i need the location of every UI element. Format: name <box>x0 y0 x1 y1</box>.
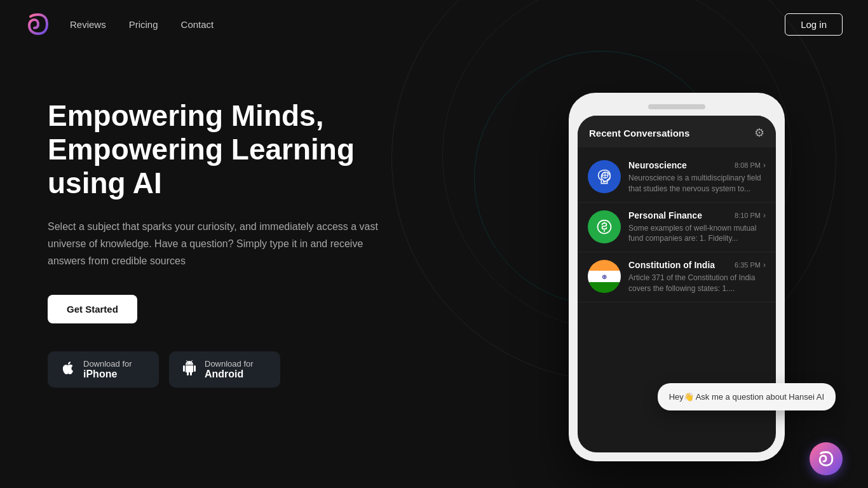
conversation-item-neuroscience[interactable]: Neuroscience 8:08 PM › Neuroscience is a… <box>578 152 776 203</box>
download-iphone-name: iPhone <box>83 369 117 380</box>
neuroscience-title: Neuroscience <box>628 160 687 170</box>
india-top-row: Constitution of India 6:35 PM › <box>628 260 766 270</box>
conversation-item-finance[interactable]: Personal Finance 8:10 PM › Some examples… <box>578 203 776 253</box>
download-iphone-button[interactable]: Download for iPhone <box>48 351 159 388</box>
india-chevron: › <box>763 261 766 269</box>
header: Reviews Pricing Contact Log in <box>0 0 868 48</box>
settings-icon[interactable]: ⚙ <box>754 126 764 140</box>
neuroscience-preview: Neuroscience is a multidisciplinary fiel… <box>628 173 766 194</box>
phone-mockup-container: Recent Conversations ⚙ <box>569 93 785 461</box>
nav-link-contact[interactable]: Contact <box>181 19 214 30</box>
download-android-name: Android <box>205 369 243 380</box>
flag-green-stripe <box>588 282 621 293</box>
finance-preview: Some examples of well-known mutual fund … <box>628 223 766 245</box>
ashoka-chakra: ⊕ <box>602 273 607 280</box>
finance-time: 8:10 PM › <box>735 211 766 220</box>
finance-top-row: Personal Finance 8:10 PM › <box>628 210 766 220</box>
finance-title: Personal Finance <box>628 210 702 220</box>
download-android-prefix: Download for <box>205 359 254 369</box>
chat-bubble: Hey👋 Ask me a question about Hansei AI <box>658 383 836 410</box>
neuroscience-time: 8:08 PM › <box>735 161 766 170</box>
hero-title: Empowering Minds, Empowering Learning us… <box>48 99 429 200</box>
get-started-button[interactable]: Get Started <box>48 295 137 323</box>
nav-link-pricing[interactable]: Pricing <box>129 19 158 30</box>
neuroscience-content: Neuroscience 8:08 PM › Neuroscience is a… <box>628 160 766 194</box>
login-button[interactable]: Log in <box>785 13 843 36</box>
finance-avatar <box>588 210 621 243</box>
conversation-item-india[interactable]: ⊕ Constitution of India 6:35 PM › <box>578 252 776 302</box>
nav-link-reviews[interactable]: Reviews <box>70 19 106 30</box>
neuroscience-chevron: › <box>763 161 766 170</box>
phone-notch <box>648 104 705 109</box>
hero-section: Empowering Minds, Empowering Learning us… <box>48 86 429 388</box>
download-android-text: Download for Android <box>205 359 254 380</box>
neuroscience-top-row: Neuroscience 8:08 PM › <box>628 160 766 170</box>
neuroscience-avatar <box>588 160 621 193</box>
phone-header-title: Recent Conversations <box>589 128 689 139</box>
finance-content: Personal Finance 8:10 PM › Some examples… <box>628 210 766 245</box>
android-icon <box>182 360 197 379</box>
logo-icon <box>25 11 51 37</box>
main-nav: Reviews Pricing Contact <box>70 19 214 30</box>
india-content: Constitution of India 6:35 PM › Article … <box>628 260 766 294</box>
india-avatar: ⊕ <box>588 260 621 293</box>
download-buttons: Download for iPhone Download for Android <box>48 351 429 388</box>
india-preview: Article 371 of the Constitution of India… <box>628 273 766 294</box>
india-time: 6:35 PM › <box>735 261 766 269</box>
download-iphone-text: Download for iPhone <box>83 359 132 380</box>
phone-header: Recent Conversations ⚙ <box>578 116 776 147</box>
download-android-button[interactable]: Download for Android <box>169 351 280 388</box>
download-iphone-prefix: Download for <box>83 359 132 369</box>
flag-orange-stripe <box>588 260 621 271</box>
header-left: Reviews Pricing Contact <box>25 11 214 37</box>
main-content: Empowering Minds, Empowering Learning us… <box>0 48 868 461</box>
apple-icon <box>60 360 76 379</box>
floating-logo-icon <box>817 450 835 468</box>
hero-description: Select a subject that sparks your curios… <box>48 218 403 270</box>
logo[interactable] <box>25 11 51 37</box>
finance-chevron: › <box>763 211 766 220</box>
india-title: Constitution of India <box>628 260 715 270</box>
floating-logo-badge[interactable] <box>810 442 843 475</box>
flag-white-stripe: ⊕ <box>588 271 621 282</box>
